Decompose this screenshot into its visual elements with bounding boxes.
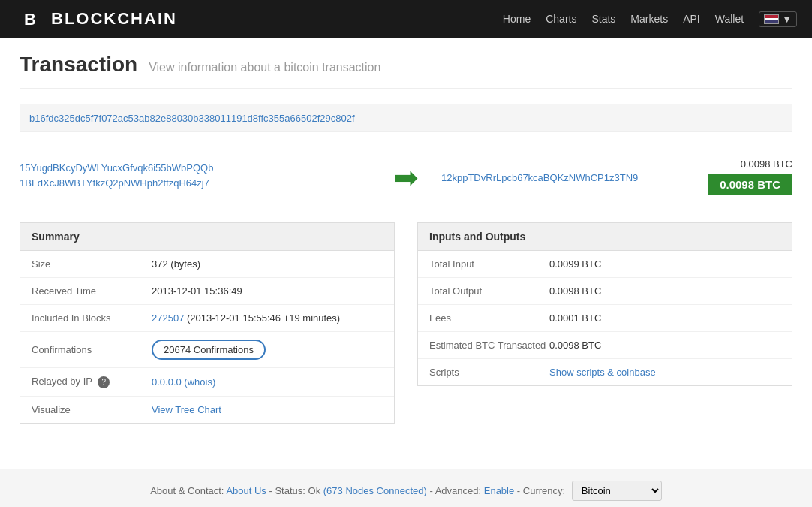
tx-inputs: 15YugdBKcyDyWLYucxGfvqk6i55bWbPQQb 1BFdX…: [20, 162, 371, 192]
main-content: Transaction View information about a bit…: [8, 38, 804, 439]
output-address-link[interactable]: 12kppTDvRrLpcb67kcaBQKzNWhCP1z3TN9: [441, 172, 638, 183]
output-amount-text: 0.0098 BTC: [741, 158, 792, 170]
logo-text: BLOCKCHAIN: [51, 9, 177, 29]
summary-row-confirmations: Confirmations 20674 Confirmations: [20, 332, 394, 368]
summary-row-received-time: Received Time 2013-12-01 15:36:49: [20, 278, 394, 305]
nav-api[interactable]: API: [683, 13, 700, 25]
footer: About & Contact: About Us - Status: Ok (…: [0, 469, 812, 508]
summary-panel-header: Summary: [20, 223, 394, 251]
nav-wallet[interactable]: Wallet: [715, 13, 744, 25]
scripts-value: Show scripts & coinbase: [549, 367, 656, 378]
input-address-1[interactable]: 15YugdBKcyDyWLYucxGfvqk6i55bWbPQQb: [20, 162, 371, 174]
nav-markets[interactable]: Markets: [630, 13, 668, 25]
estimated-btc-label: Estimated BTC Transacted: [429, 340, 549, 351]
currency-select[interactable]: Bitcoin USD EUR GBP: [572, 481, 662, 501]
arrow-area: ➡: [371, 162, 441, 192]
total-output-label: Total Output: [429, 285, 549, 297]
io-row-scripts: Scripts Show scripts & coinbase: [418, 359, 792, 385]
summary-row-included-in-blocks: Included In Blocks 272507 (2013-12-01 15…: [20, 305, 394, 332]
two-column-layout: Summary Size 372 (bytes) Received Time 2…: [20, 222, 792, 424]
io-row-estimated-btc: Estimated BTC Transacted 0.0098 BTC: [418, 332, 792, 359]
input-address-2[interactable]: 1BFdXcJ8WBTYfkzQ2pNWHph2tfzqH64zj7: [20, 177, 371, 189]
footer-separator-3: -: [517, 485, 523, 496]
svg-text:B: B: [24, 10, 36, 29]
header: B BLOCKCHAIN Home Charts Stats Markets A…: [0, 0, 812, 38]
transaction-hash-bar: b16fdc325dc5f7f072ac53ab82e88030b3380111…: [20, 104, 792, 132]
inputs-outputs-column: Inputs and Outputs Total Input 0.0099 BT…: [417, 222, 792, 424]
arrow-right-icon: ➡: [393, 162, 419, 192]
included-in-blocks-label: Included In Blocks: [32, 312, 152, 324]
relayed-by-ip-value: 0.0.0.0 (whois): [152, 376, 215, 388]
confirmations-value: 20674 Confirmations: [152, 340, 266, 360]
visualize-value: View Tree Chart: [152, 404, 221, 415]
summary-row-visualize: Visualize View Tree Chart: [20, 397, 394, 423]
lang-dropdown-icon: ▼: [782, 14, 792, 25]
page-subtitle: View information about a bitcoin transac…: [149, 61, 380, 74]
inputs-outputs-panel: Inputs and Outputs Total Input 0.0099 BT…: [417, 222, 792, 386]
help-icon[interactable]: ?: [98, 376, 110, 388]
main-nav: Home Charts Stats Markets API Wallet ▼: [503, 11, 797, 27]
view-tree-chart-link[interactable]: View Tree Chart: [152, 404, 221, 415]
estimated-btc-value: 0.0098 BTC: [549, 340, 601, 351]
io-row-total-input: Total Input 0.0099 BTC: [418, 251, 792, 278]
nav-charts[interactable]: Charts: [546, 13, 576, 25]
relayed-by-ip-label: Relayed by IP ?: [32, 376, 152, 388]
total-output-value: 0.0098 BTC: [549, 285, 601, 297]
included-in-blocks-value: 272507 (2013-12-01 15:55:46 +19 minutes): [152, 312, 340, 324]
btc-total-badge: 0.0098 BTC: [708, 174, 792, 195]
total-input-label: Total Input: [429, 258, 549, 270]
inputs-outputs-panel-header: Inputs and Outputs: [418, 223, 792, 251]
page-title-area: Transaction View information about a bit…: [20, 53, 792, 89]
summary-column: Summary Size 372 (bytes) Received Time 2…: [20, 222, 395, 424]
nav-home[interactable]: Home: [503, 13, 531, 25]
blockchain-logo-icon: B: [15, 4, 45, 34]
block-link[interactable]: 272507: [152, 312, 184, 324]
footer-nodes-link[interactable]: (673 Nodes Connected): [323, 485, 427, 496]
confirmations-label: Confirmations: [32, 344, 152, 355]
visualize-label: Visualize: [32, 404, 152, 415]
confirmations-badge: 20674 Confirmations: [152, 340, 266, 360]
summary-row-relayed-by-ip: Relayed by IP ? 0.0.0.0 (whois): [20, 368, 394, 397]
footer-enable-link[interactable]: Enable: [484, 485, 514, 496]
flag-icon: [764, 14, 779, 24]
footer-about-contact-label: About & Contact:: [150, 485, 224, 496]
show-scripts-link[interactable]: Show scripts & coinbase: [549, 367, 656, 378]
io-row-total-output: Total Output 0.0098 BTC: [418, 278, 792, 305]
page-title: Transaction: [20, 53, 137, 77]
footer-status-label: Status: Ok: [275, 485, 320, 496]
output-amount-area: 0.0098 BTC 0.0098 BTC: [708, 158, 792, 195]
summary-row-size: Size 372 (bytes): [20, 251, 394, 278]
scripts-label: Scripts: [429, 367, 549, 378]
size-value: 372 (bytes): [152, 258, 200, 270]
fees-label: Fees: [429, 312, 549, 324]
tx-outputs: 12kppTDvRrLpcb67kcaBQKzNWhCP1z3TN9 0.009…: [441, 158, 792, 195]
io-row-fees: Fees 0.0001 BTC: [418, 305, 792, 332]
transaction-hash-link[interactable]: b16fdc325dc5f7f072ac53ab82e88030b3380111…: [29, 113, 355, 124]
transaction-detail-row: 15YugdBKcyDyWLYucxGfvqk6i55bWbPQQb 1BFdX…: [20, 147, 792, 207]
received-time-label: Received Time: [32, 285, 152, 297]
output-address: 12kppTDvRrLpcb67kcaBQKzNWhCP1z3TN9: [441, 171, 638, 183]
block-time-text: (2013-12-01 15:55:46 +19 minutes): [184, 312, 340, 324]
language-button[interactable]: ▼: [759, 11, 797, 27]
size-label: Size: [32, 258, 152, 270]
ip-whois-link[interactable]: 0.0.0.0 (whois): [152, 376, 215, 388]
fees-value: 0.0001 BTC: [549, 312, 601, 324]
total-input-value: 0.0099 BTC: [549, 258, 601, 270]
summary-panel: Summary Size 372 (bytes) Received Time 2…: [20, 222, 395, 424]
nav-stats[interactable]: Stats: [591, 13, 615, 25]
footer-currency-label: Currency:: [523, 485, 565, 496]
footer-advanced-label: Advanced:: [435, 485, 481, 496]
footer-about-us-link[interactable]: About Us: [226, 485, 266, 496]
logo-area: B BLOCKCHAIN: [15, 4, 177, 34]
received-time-value: 2013-12-01 15:36:49: [152, 285, 242, 297]
footer-separator-2: -: [429, 485, 435, 496]
